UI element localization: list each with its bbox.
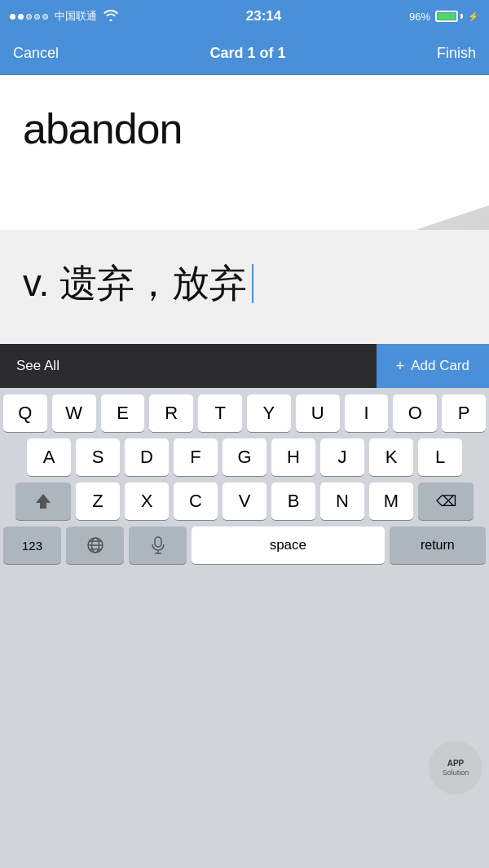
svg-marker-0 (36, 494, 51, 509)
flashcard: abandon v. 遗弃，放弃 (0, 75, 489, 344)
wifi-icon (104, 10, 118, 24)
key-a[interactable]: A (27, 438, 71, 476)
key-o[interactable]: O (393, 394, 437, 432)
charging-bolt: ⚡ (468, 11, 479, 22)
add-card-button[interactable]: + Add Card (377, 344, 489, 388)
key-m[interactable]: M (369, 482, 413, 520)
keyboard: Q W E R T Y U I O P A S D F G H J K L Z … (0, 388, 489, 571)
bottom-toolbar: See All + Add Card (0, 344, 489, 388)
delete-key[interactable]: ⌫ (418, 482, 474, 520)
battery-icon (435, 11, 463, 22)
key-z[interactable]: Z (76, 482, 120, 520)
watermark-line2: Solution (443, 769, 469, 778)
card-area: abandon v. 遗弃，放弃 (0, 75, 489, 344)
key-x[interactable]: X (125, 482, 169, 520)
numbers-key[interactable]: 123 (3, 527, 61, 564)
key-w[interactable]: W (52, 394, 96, 432)
key-f[interactable]: F (174, 438, 218, 476)
keyboard-row-4: 123 space return (3, 527, 486, 571)
key-v[interactable]: V (222, 482, 267, 520)
key-q[interactable]: Q (3, 394, 47, 432)
add-card-label: Add Card (411, 358, 469, 374)
key-i[interactable]: I (345, 394, 389, 432)
status-bar: 中国联通 23:14 96% ⚡ (0, 0, 489, 33)
cancel-button[interactable]: Cancel (13, 45, 59, 62)
key-j[interactable]: J (320, 438, 364, 476)
shift-key[interactable] (15, 482, 71, 520)
key-n[interactable]: N (320, 482, 364, 520)
key-k[interactable]: K (369, 438, 413, 476)
finish-button[interactable]: Finish (437, 45, 476, 62)
space-key[interactable]: space (192, 527, 385, 564)
card-front-text: abandon (23, 105, 182, 152)
carrier-label: 中国联通 (55, 9, 97, 24)
key-s[interactable]: S (76, 438, 120, 476)
return-key[interactable]: return (390, 527, 486, 564)
status-right: 96% ⚡ (409, 11, 479, 23)
keyboard-row-2: A S D F G H J K L (3, 438, 486, 476)
nav-title: Card 1 of 1 (209, 45, 285, 62)
key-d[interactable]: D (125, 438, 169, 476)
key-r[interactable]: R (149, 394, 193, 432)
keyboard-row-3: Z X C V B N M ⌫ (3, 482, 486, 520)
card-back[interactable]: v. 遗弃，放弃 (0, 230, 489, 344)
key-t[interactable]: T (198, 394, 242, 432)
card-back-text: v. 遗弃，放弃 (23, 258, 253, 309)
key-l[interactable]: L (418, 438, 462, 476)
key-g[interactable]: G (222, 438, 267, 476)
signal-dots (10, 14, 48, 20)
delete-icon: ⌫ (436, 492, 456, 510)
key-y[interactable]: Y (247, 394, 291, 432)
globe-key[interactable] (66, 527, 124, 564)
mic-key[interactable] (129, 527, 187, 564)
status-left: 中国联通 (10, 9, 118, 24)
battery-percent: 96% (409, 11, 430, 23)
see-all-button[interactable]: See All (16, 358, 59, 374)
key-b[interactable]: B (271, 482, 315, 520)
status-time: 23:14 (246, 8, 281, 24)
svg-rect-6 (155, 537, 161, 547)
key-h[interactable]: H (271, 438, 315, 476)
key-u[interactable]: U (296, 394, 340, 432)
keyboard-row-1: Q W E R T Y U I O P (3, 394, 486, 432)
card-fold (0, 205, 489, 230)
watermark-line1: APP (447, 759, 465, 769)
key-e[interactable]: E (101, 394, 145, 432)
nav-bar: Cancel Card 1 of 1 Finish (0, 33, 489, 75)
card-front[interactable]: abandon (0, 75, 489, 205)
app-solution-watermark: APP Solution (429, 741, 482, 795)
key-c[interactable]: C (174, 482, 218, 520)
plus-icon: + (396, 358, 405, 375)
key-p[interactable]: P (442, 394, 486, 432)
